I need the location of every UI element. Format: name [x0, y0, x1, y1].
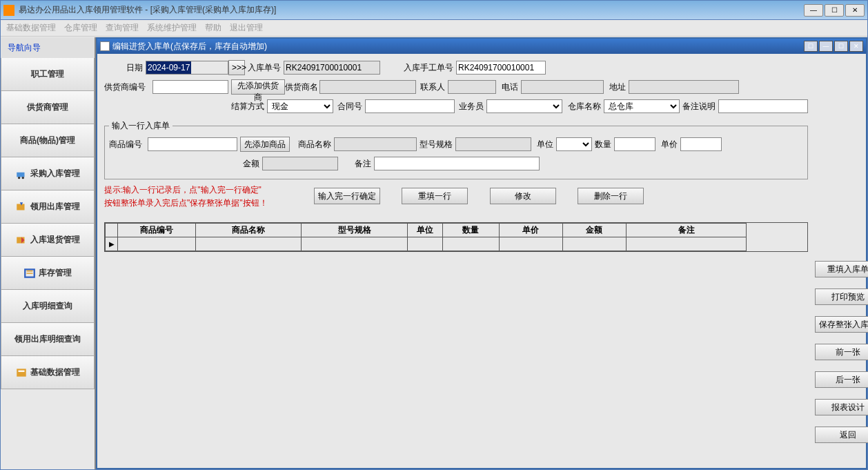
spec-field	[455, 137, 531, 151]
unit-select[interactable]	[556, 137, 592, 151]
phone-label: 电话	[496, 81, 521, 93]
product-code-field[interactable]	[148, 137, 237, 151]
sidebar-item-out-detail[interactable]: 领用出库明细查询	[1, 323, 95, 356]
in-no-label: 入库单号	[245, 62, 284, 74]
svg-rect-0	[17, 172, 24, 177]
add-product-button[interactable]: 先添加商品	[240, 137, 290, 152]
product-name-field	[334, 137, 417, 151]
line-remark-field[interactable]	[374, 157, 540, 170]
confirm-line-button[interactable]: 输入完一行确定	[314, 188, 380, 204]
amount-label: 金额	[109, 158, 262, 170]
sidebar-item-receive-out[interactable]: 领用出库管理	[1, 190, 95, 224]
right-button-panel: 重填入库单 打印预览 保存整张入库单 前一张 后一张 报表设计 返回	[815, 54, 868, 468]
return-button[interactable]: 返回	[815, 427, 868, 443]
sidebar-item-return[interactable]: 入库退货管理	[1, 224, 95, 257]
contact-label: 联系人	[416, 81, 448, 93]
sidebar-item-stock[interactable]: 库存管理	[1, 257, 95, 290]
col-qty[interactable]: 数量	[443, 224, 500, 237]
sidebar-item-purchase-in[interactable]: 采购入库管理	[1, 157, 95, 190]
sidebar-item-employee[interactable]: 职工管理	[1, 58, 95, 91]
hint-text-1: 提示:输入一行记录后，点"输入完一行确定"	[104, 184, 304, 197]
save-order-button[interactable]: 保存整张入库单	[815, 316, 868, 333]
sidebar-item-product[interactable]: 商品(物品)管理	[1, 124, 95, 157]
menu-item[interactable]: 基础数据管理	[6, 22, 56, 34]
contract-field[interactable]	[365, 99, 455, 113]
svg-rect-3	[17, 204, 24, 210]
app-icon	[3, 5, 14, 16]
inner-titlebar: 编辑进货入库单(点保存后，库存自动增加) ☐ — ☐ ✕	[97, 39, 866, 54]
manual-no-field[interactable]	[456, 61, 546, 75]
qty-field[interactable]	[614, 137, 655, 151]
menu-item[interactable]: 帮助	[205, 22, 221, 34]
phone-field	[521, 80, 604, 94]
svg-point-2	[22, 176, 24, 178]
inner-close-button[interactable]: ✕	[849, 41, 863, 52]
manual-no-label: 入库手工单号	[394, 62, 456, 74]
date-value[interactable]: 2024-09-17	[146, 61, 191, 74]
address-label: 地址	[604, 81, 629, 93]
col-product-name[interactable]: 商品名称	[195, 224, 301, 237]
amount-field	[262, 157, 338, 170]
col-amount[interactable]: 金额	[562, 224, 626, 237]
settle-label: 结算方式	[104, 101, 267, 112]
minimize-button[interactable]: —	[804, 4, 823, 17]
inner-title: 编辑进货入库单(点保存后，库存自动增加)	[112, 41, 267, 52]
inner-restore-button[interactable]: ☐	[804, 41, 818, 52]
delete-line-button[interactable]: 删除一行	[578, 188, 644, 204]
print-preview-button[interactable]: 打印预览	[815, 288, 868, 305]
add-supplier-button[interactable]: 先添加供货商	[231, 79, 285, 95]
form-area: 日期 2024-09-17 >>> 入库单号 入库手工单号	[97, 54, 815, 468]
report-design-button[interactable]: 报表设计	[815, 399, 868, 415]
close-button[interactable]: ✕	[845, 4, 865, 17]
col-price[interactable]: 单价	[499, 224, 562, 237]
app-window: 易达办公用品出入库领用管理软件 - [采购入库管理(采购单入库加库存)] — ☐…	[0, 0, 868, 470]
sidebar-item-base-data[interactable]: 基础数据管理	[1, 356, 95, 389]
prev-order-button[interactable]: 前一张	[815, 344, 868, 360]
col-unit[interactable]: 单位	[407, 224, 442, 237]
note-field[interactable]	[718, 99, 808, 113]
refill-line-button[interactable]: 重填一行	[402, 188, 468, 204]
return-icon	[15, 234, 28, 246]
modify-button[interactable]: 修改	[490, 188, 556, 204]
price-field[interactable]	[680, 137, 722, 151]
sidebar-item-supplier[interactable]: 供货商管理	[1, 91, 95, 124]
sidebar-header: 导航向导	[1, 37, 95, 58]
salesman-select[interactable]	[486, 99, 562, 113]
contact-field	[448, 80, 496, 94]
app-titlebar: 易达办公用品出入库领用管理软件 - [采购入库管理(采购单入库加库存)] — ☐…	[1, 1, 867, 20]
refill-order-button[interactable]: 重填入库单	[815, 261, 868, 277]
menu-item[interactable]: 仓库管理	[64, 22, 97, 34]
menu-item[interactable]: 退出管理	[230, 22, 263, 34]
col-product-code[interactable]: 商品编号	[118, 224, 196, 237]
menu-item[interactable]: 查询管理	[106, 22, 139, 34]
col-spec[interactable]: 型号规格	[302, 224, 407, 237]
app-title: 易达办公用品出入库领用管理软件 - [采购入库管理(采购单入库加库存)]	[19, 4, 276, 16]
supplier-code-field[interactable]	[152, 80, 228, 94]
in-no-field	[284, 61, 380, 75]
inner-minimize-button[interactable]: —	[819, 41, 833, 52]
salesman-label: 业务员	[455, 101, 486, 112]
date-label: 日期	[104, 62, 146, 74]
svg-rect-6	[17, 369, 26, 376]
line-input-legend: 输入一行入库单	[109, 120, 172, 132]
data-grid[interactable]: 商品编号 商品名称 型号规格 单位 数量 单价 金额 备注	[104, 222, 808, 252]
supplier-code-label: 供货商编号	[104, 81, 152, 93]
table-row[interactable]: ▶	[106, 237, 747, 251]
sidebar-item-in-detail[interactable]: 入库明细查询	[1, 290, 95, 323]
menubar: 基础数据管理 仓库管理 查询管理 系统维护管理 帮助 退出管理	[1, 20, 867, 37]
settle-select[interactable]: 现金	[267, 99, 333, 113]
inner-maximize-button[interactable]: ☐	[834, 41, 848, 52]
col-remark[interactable]: 备注	[627, 224, 747, 237]
unit-label: 单位	[531, 139, 556, 150]
menu-item[interactable]: 系统维护管理	[147, 22, 197, 34]
svg-point-1	[18, 176, 20, 178]
data-icon	[15, 366, 28, 379]
cart-icon	[15, 168, 28, 180]
stock-icon	[23, 267, 36, 280]
supplier-name-label: 供货商名	[285, 81, 319, 93]
warehouse-select[interactable]: 总仓库	[604, 99, 680, 113]
date-next-button[interactable]: >>>	[228, 60, 245, 75]
sidebar: 导航向导 职工管理 供货商管理 商品(物品)管理 采购入库管理 领用出库管理 入…	[1, 37, 96, 469]
next-order-button[interactable]: 后一张	[815, 371, 868, 388]
maximize-button[interactable]: ☐	[825, 4, 844, 17]
